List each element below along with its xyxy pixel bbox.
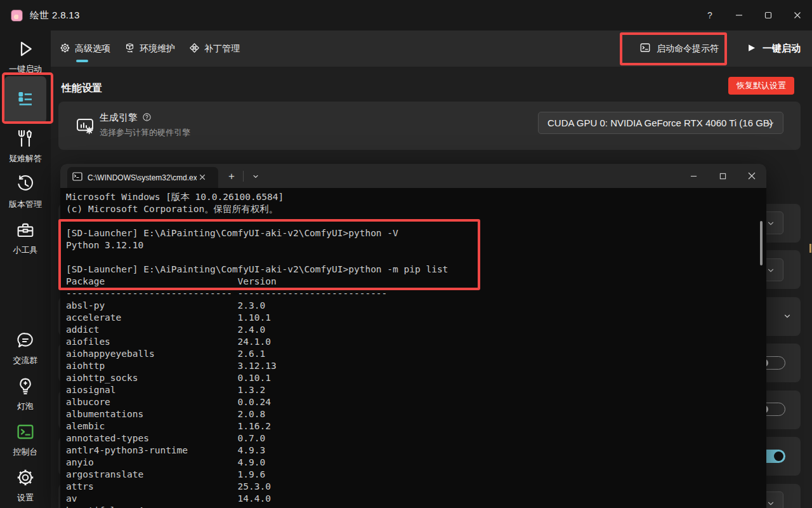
sidebar-item-settings[interactable]: 设置 [0, 467, 51, 504]
gpu-select-dropdown[interactable]: CUDA GPU 0: NVIDIA GeForce RTX 4060 Ti (… [538, 112, 783, 134]
tab-dropdown-chevron-icon[interactable] [247, 168, 265, 185]
gpu-select-value: CUDA GPU 0: NVIDIA GeForce RTX 4060 Ti (… [547, 117, 773, 128]
app-title: 绘世 2.8.13 [30, 10, 80, 22]
terminal-tab-title: C:\WINDOWS\system32\cmd.exe [88, 173, 197, 182]
terminal-maximize-button[interactable] [708, 164, 737, 188]
history-clock-icon [15, 174, 36, 197]
cmd-terminal-window: C:\WINDOWS\system32\cmd.exe + [60, 164, 766, 508]
sidebar-item-lightbulb[interactable]: 灯泡 [0, 376, 51, 412]
tools-icon [15, 128, 36, 151]
page-title: 性能设置 [62, 82, 102, 95]
lightbulb-icon [15, 376, 36, 399]
terminal-output-text: Microsoft Windows [版本 10.0.26100.6584] (… [60, 188, 766, 508]
sidebar-item-tools[interactable]: 小工具 [0, 220, 51, 256]
scrollbar-fragment[interactable] [809, 244, 811, 253]
tab-advanced-options[interactable]: 高级选项 [57, 30, 113, 67]
terminal-scrollbar-thumb[interactable] [760, 221, 763, 265]
new-tab-button[interactable]: + [223, 168, 240, 185]
sidebar-item-troubleshooting[interactable]: 疑难解答 [0, 128, 51, 164]
restore-defaults-button[interactable]: 恢复默认设置 [728, 77, 794, 95]
terminal-tab-cmd[interactable]: C:\WINDOWS\system32\cmd.exe [67, 167, 218, 188]
divider [243, 171, 244, 182]
tab-environment-maintenance[interactable]: 环境维护 [122, 30, 178, 67]
tab-close-icon[interactable] [199, 173, 206, 182]
tab-patch-management[interactable]: 补丁管理 [187, 30, 242, 67]
terminal-close-button[interactable] [737, 164, 766, 188]
close-button[interactable] [783, 0, 812, 30]
gpu-engine-icon [75, 116, 95, 138]
chat-bubble-icon [15, 330, 36, 353]
sidebar-item-advanced-options-selected[interactable] [4, 76, 46, 123]
play-outline-icon [15, 39, 36, 62]
generation-engine-card: 生成引擎 选择参与计算的硬件引擎 CUDA GPU 0: NVIDIA GeFo… [58, 102, 801, 150]
gear-icon [60, 43, 70, 55]
launch-command-prompt-button[interactable]: 启动命令提示符 [636, 37, 723, 60]
app-logo-avatar [11, 10, 23, 22]
app-window: 绘世 2.8.13 ? 一键启动 [0, 0, 812, 508]
command-prompt-icon [639, 42, 651, 55]
console-terminal-icon [15, 422, 36, 444]
minimize-button[interactable] [724, 0, 754, 30]
sidebar-item-one-click-launch[interactable]: 一键启动 [0, 39, 51, 75]
toolbox-icon [15, 220, 36, 243]
sidebar: 一键启动 疑难解答 [0, 30, 51, 508]
patch-diamond-icon [189, 43, 200, 55]
help-circle-icon [142, 112, 152, 124]
maximize-button[interactable] [754, 0, 783, 30]
gear-icon [15, 467, 36, 490]
sidebar-item-version-management[interactable]: 版本管理 [0, 174, 51, 210]
terminal-output-area[interactable]: Microsoft Windows [版本 10.0.26100.6584] (… [60, 188, 766, 508]
engine-card-subtitle: 选择参与计算的硬件引擎 [100, 127, 190, 138]
play-filled-icon [747, 43, 756, 55]
options-list-icon [16, 89, 35, 110]
help-button[interactable]: ? [695, 0, 724, 30]
active-indicator [2, 90, 4, 109]
sidebar-item-console[interactable]: 控制台 [0, 422, 51, 458]
toolbar: 高级选项 环境维护 补丁管理 [51, 30, 812, 67]
engine-card-title: 生成引擎 [100, 112, 138, 124]
one-click-launch-button[interactable]: 一键启动 [744, 37, 803, 60]
terminal-minimize-button[interactable] [679, 164, 708, 188]
chevron-down-icon[interactable] [783, 312, 792, 323]
title-bar: 绘世 2.8.13 ? [0, 0, 812, 30]
sidebar-item-community[interactable]: 交流群 [0, 330, 51, 366]
terminal-tab-bar: C:\WINDOWS\system32\cmd.exe + [60, 164, 766, 188]
cmd-window-icon [72, 171, 82, 184]
package-refresh-icon [124, 43, 135, 55]
chevron-down-icon [766, 119, 775, 130]
